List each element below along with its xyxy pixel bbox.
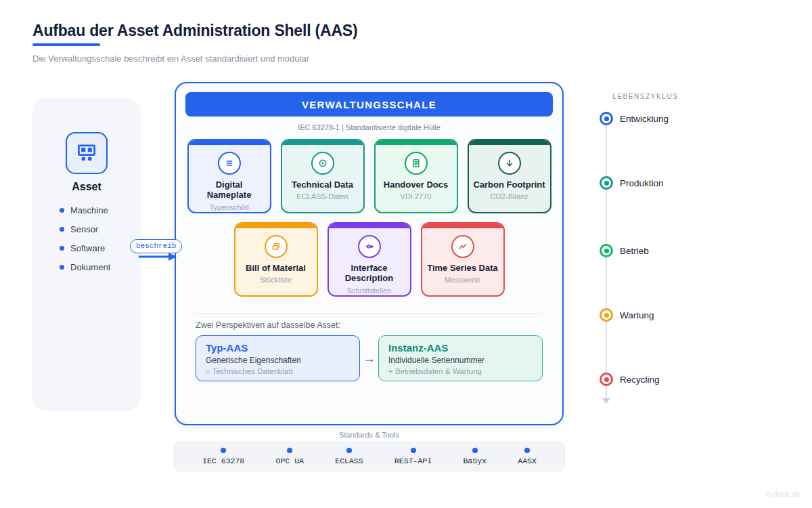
card-title: Handover Docs	[376, 179, 457, 190]
bullet-icon	[60, 265, 64, 270]
card-accent-bar	[282, 140, 363, 145]
divider	[196, 313, 543, 314]
standard-label: ECLASS	[335, 457, 363, 465]
lifecycle-stage-recycling: Recycling	[600, 373, 660, 386]
connector-label: beschreib	[130, 239, 182, 253]
standard-label: BaSyx	[463, 457, 487, 465]
submodel-card-handover-docs: Handover Docs VDI 2770	[374, 139, 458, 213]
instanz-aas-line2: + Betriebsdaten & Wartung	[388, 367, 533, 375]
asset-item-label: Software	[70, 243, 105, 253]
asset-panel-title: Asset	[32, 181, 141, 193]
card-accent-bar	[329, 224, 410, 228]
asset-item-sensor: Sensor	[60, 219, 110, 238]
connector-node-icon	[358, 235, 381, 258]
stage-node-icon	[600, 308, 613, 322]
document-icon	[405, 152, 428, 175]
submodel-row-1: Digital Nameplate Typenschild Technical …	[176, 139, 562, 213]
standard-label: REST-API	[394, 457, 432, 465]
card-subtitle: Stückliste	[235, 276, 317, 284]
typ-aas-line1: Generische Eigenschaften	[206, 356, 350, 365]
stage-label: Betrieb	[620, 246, 649, 256]
card-accent-bar	[376, 140, 457, 145]
card-title: Carbon Footprint	[469, 179, 550, 190]
title-underline	[32, 43, 100, 46]
standard-item-iec-63278: IEC 63278	[202, 448, 244, 465]
lifecycle-stage-betrieb: Betrieb	[600, 244, 649, 257]
typ-aas-box: Typ-AAS Generische Eigenschaften = Techn…	[196, 335, 360, 381]
submodel-row-2: Bill of Material Stückliste Interface De…	[176, 222, 562, 297]
card-subtitle: VDI 2770	[376, 192, 457, 200]
card-subtitle: Messwerte	[422, 276, 503, 284]
perspectives-row: Typ-AAS Generische Eigenschaften = Techn…	[196, 335, 543, 381]
instanz-aas-line1: Individuelle Seriennummer	[388, 356, 533, 365]
bullet-icon	[60, 227, 64, 232]
stage-node-icon	[600, 112, 613, 125]
standard-item-opc-ua: OPC UA	[276, 448, 304, 465]
arrow-down-icon	[498, 152, 521, 175]
card-subtitle: CO2-Bilanz	[469, 192, 550, 200]
dot-icon	[524, 448, 530, 453]
dot-icon	[287, 448, 292, 453]
asset-item-software: Software	[60, 238, 110, 257]
dot-icon	[411, 448, 416, 453]
stage-node-icon	[600, 176, 613, 190]
card-title: Time Series Data	[422, 263, 503, 273]
trend-line-icon	[451, 235, 474, 258]
right-arrow-icon	[137, 252, 178, 261]
lifecycle-stage-produktion: Produktion	[600, 176, 664, 190]
typ-aas-line2: = Technisches Datenblatt	[206, 367, 350, 375]
card-subtitle: Schnittstellen	[329, 287, 410, 295]
standards-caption: Standards & Tools	[175, 431, 564, 439]
submodel-card-time-series-data: Time Series Data Messwerte	[421, 222, 505, 297]
standard-item-eclass: ECLASS	[335, 448, 363, 465]
standard-item-basyx: BaSyx	[463, 448, 487, 465]
bullet-icon	[60, 208, 64, 213]
stage-label: Produktion	[620, 178, 664, 188]
card-title: Technical Data	[282, 179, 363, 190]
submodel-card-bill-of-material: Bill of Material Stückliste	[234, 222, 318, 297]
stage-label: Wartung	[620, 310, 654, 320]
asset-item-maschine: Maschine	[60, 200, 110, 219]
asset-machine-icon	[66, 132, 108, 174]
asset-panel: Asset Maschine Sensor Software Dokument	[32, 98, 141, 411]
card-title: Bill of Material	[235, 263, 317, 273]
page-subtitle: Die Verwaltungsschale beschreibt ein Ass…	[32, 54, 309, 64]
asset-list: Maschine Sensor Software Dokument	[60, 200, 110, 276]
arrow-right-icon: →	[360, 352, 378, 366]
stage-label: Recycling	[620, 375, 660, 385]
card-subtitle: Typenschild	[189, 203, 270, 211]
standards-bar: IEC 63278 OPC UA ECLASS REST-API BaSyx A…	[174, 442, 565, 471]
card-accent-bar	[469, 140, 550, 145]
asset-item-dokument: Dokument	[60, 257, 110, 276]
submodel-card-digital-nameplate: Digital Nameplate Typenschild	[187, 139, 271, 213]
card-subtitle: ECLASS-Daten	[282, 192, 363, 200]
submodel-card-carbon-footprint: Carbon Footprint CO2-Bilanz	[468, 139, 551, 213]
submodel-card-interface-description: Interface Description Schnittstellen	[328, 222, 411, 297]
asset-item-label: Sensor	[70, 224, 98, 234]
nameplate-list-icon	[218, 152, 241, 175]
page-title: Aufbau der Asset Administration Shell (A…	[32, 22, 357, 40]
asset-item-label: Dokument	[70, 262, 110, 272]
typ-aas-title: Typ-AAS	[206, 342, 350, 354]
stage-label: Entwicklung	[620, 114, 669, 124]
watermark: it-dock.de	[766, 490, 801, 499]
card-accent-bar	[235, 224, 317, 228]
verwaltungsschale-box: VERWALTUNGSSCHALE IEC 63278-1 | Standard…	[175, 82, 564, 425]
standard-item-aasx: AASX	[518, 448, 537, 465]
instanz-aas-title: Instanz-AAS	[388, 342, 533, 354]
layers-icon	[265, 235, 288, 258]
dot-icon	[472, 448, 478, 453]
shell-standard-caption: IEC 63278-1 | Standardisierte digitale H…	[176, 123, 562, 131]
submodel-card-technical-data: Technical Data ECLASS-Daten	[281, 139, 365, 213]
stage-node-icon	[600, 244, 613, 257]
asset-item-label: Maschine	[70, 205, 108, 215]
dot-icon	[221, 448, 226, 453]
lifecycle-stage-entwicklung: Entwicklung	[600, 112, 669, 125]
bullet-icon	[60, 246, 64, 251]
lifecycle-heading: LEBENSZYKLUS	[612, 93, 679, 100]
instanz-aas-box: Instanz-AAS Individuelle Seriennummer + …	[378, 335, 543, 381]
standard-item-rest-api: REST-API	[394, 448, 432, 465]
card-accent-bar	[189, 140, 270, 145]
lifecycle-stage-wartung: Wartung	[600, 308, 654, 322]
card-title: Interface Description	[329, 263, 410, 284]
